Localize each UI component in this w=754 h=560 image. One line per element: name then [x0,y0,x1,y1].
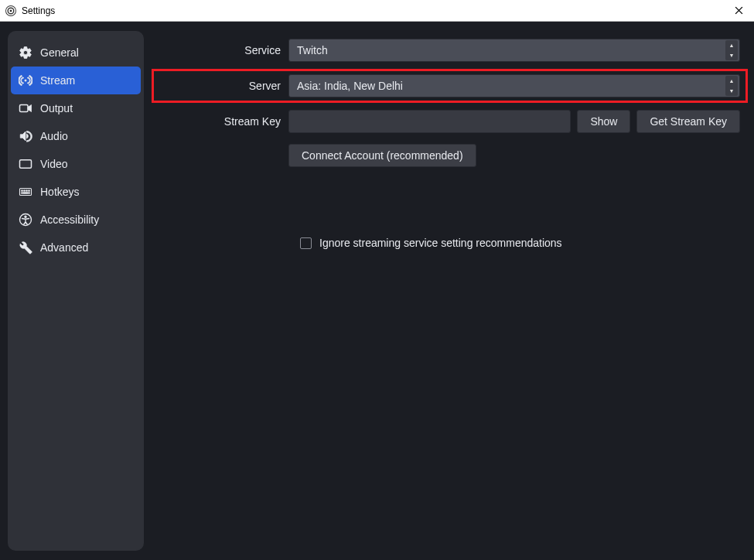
container: General Stream Output Audio Video [0,22,754,560]
show-button[interactable]: Show [577,110,630,133]
server-value: Asia: India, New Delhi [297,80,403,92]
svg-rect-6 [22,190,23,192]
svg-rect-8 [26,190,28,192]
service-select[interactable]: Twitch ▲▼ [288,39,740,62]
svg-point-14 [25,216,27,218]
sidebar-item-general[interactable]: General [8,39,144,67]
sidebar-item-label: Output [40,102,73,114]
service-value: Twitch [297,44,328,56]
server-select[interactable]: Asia: India, New Delhi ▲▼ [288,74,740,97]
svg-rect-5 [20,189,32,196]
sidebar-item-video[interactable]: Video [8,150,144,178]
sidebar-item-accessibility[interactable]: Accessibility [8,206,144,234]
tools-icon [19,241,32,254]
get-stream-key-button[interactable]: Get Stream Key [636,110,740,133]
video-icon [19,157,32,171]
server-row: Server Asia: India, New Delhi ▲▼ [153,70,746,101]
keyboard-icon [19,185,32,199]
svg-rect-12 [29,193,30,194]
sidebar-item-stream[interactable]: Stream [11,67,141,94]
antenna-icon [19,73,32,87]
sidebar-item-audio[interactable]: Audio [8,122,144,150]
ignore-recommendations-label: Ignore streaming service setting recomme… [319,237,562,249]
ignore-recommendations-row: Ignore streaming service setting recomme… [300,237,746,249]
sidebar-item-label: Advanced [40,241,88,254]
gear-icon [19,46,32,60]
stream-key-input[interactable] [288,110,571,133]
accessibility-icon [19,213,32,227]
svg-rect-7 [24,190,26,192]
close-button[interactable] [728,0,749,22]
spinner-icon: ▲▼ [725,40,738,60]
audio-icon [19,129,32,143]
stream-key-row: Stream Key Show Get Stream Key [153,110,746,133]
output-icon [19,101,32,115]
window-title: Settings [22,5,728,16]
svg-rect-11 [23,193,28,194]
svg-rect-10 [22,193,23,194]
sidebar-item-label: Accessibility [40,213,99,226]
sidebar-item-output[interactable]: Output [8,94,144,122]
sidebar: General Stream Output Audio Video [8,31,144,551]
sidebar-item-hotkeys[interactable]: Hotkeys [8,178,144,206]
sidebar-item-advanced[interactable]: Advanced [8,234,144,261]
sidebar-item-label: Stream [40,74,75,87]
server-label: Server [153,80,288,92]
ignore-recommendations-checkbox[interactable] [300,237,312,249]
service-label: Service [153,44,288,56]
svg-rect-9 [29,190,30,192]
app-icon [5,5,17,17]
sidebar-item-label: General [40,46,79,59]
titlebar: Settings [0,0,754,22]
connect-row: Connect Account (recommended) [153,144,746,167]
connect-account-button[interactable]: Connect Account (recommended) [288,144,476,167]
svg-rect-4 [20,160,32,169]
sidebar-item-label: Video [40,158,68,170]
service-row: Service Twitch ▲▼ [153,39,746,62]
sidebar-item-label: Audio [40,130,68,142]
main-panel: Service Twitch ▲▼ Server Asia: India, Ne… [153,31,746,551]
stream-key-label: Stream Key [153,115,288,128]
svg-rect-3 [20,105,29,112]
sidebar-item-label: Hotkeys [40,186,80,198]
spinner-icon: ▲▼ [725,76,738,96]
